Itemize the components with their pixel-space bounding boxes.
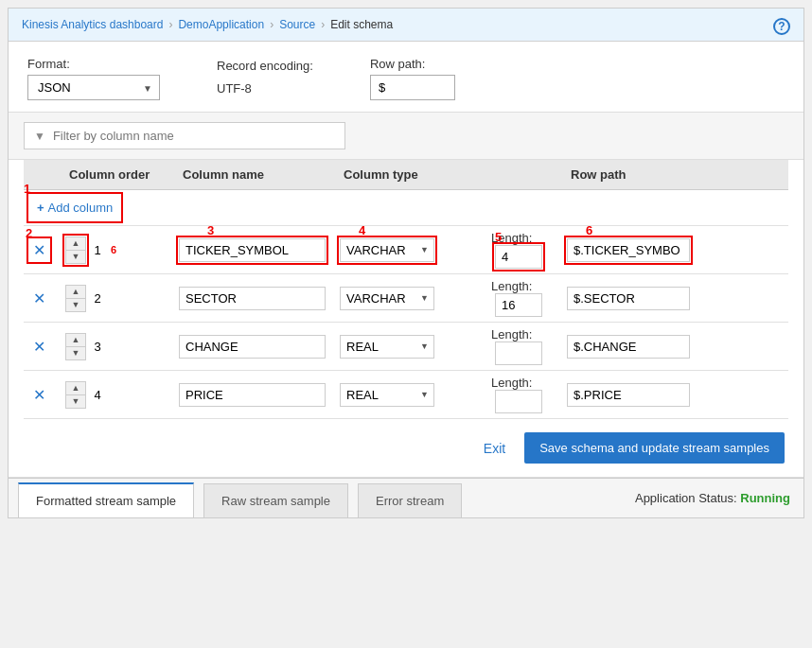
order-up-row1[interactable]: ▲ [66, 237, 85, 251]
breadcrumb: Kinesis Analytics dashboard › DemoApplic… [9, 9, 803, 42]
col-length-row2[interactable] [495, 293, 542, 317]
step-4-label: 4 [359, 223, 365, 237]
tab-error[interactable]: Error stream [358, 483, 462, 517]
delete-row-2-button[interactable]: ✕ [29, 288, 49, 309]
col-name-row2[interactable] [179, 287, 326, 310]
col-type-row2[interactable]: VARCHAR REAL [340, 287, 434, 310]
table-row: ✕ ▲ ▼ 4 [24, 371, 788, 419]
breadcrumb-app[interactable]: DemoApplication [178, 18, 264, 31]
table-section: Column order Column name Column type Row… [9, 160, 803, 419]
col-type-row3[interactable]: REAL VARCHAR [340, 335, 434, 359]
order-down-row3[interactable]: ▼ [66, 347, 85, 359]
step-1-label: 1 [24, 182, 30, 196]
table-row: ✕ ▲ ▼ 2 [24, 274, 788, 323]
filter-input-wrapper: ▼ [24, 122, 345, 149]
order-up-row2[interactable]: ▲ [66, 286, 85, 299]
order-controls-row2: ▲ ▼ [65, 285, 86, 312]
step-5-label: 5 [495, 230, 502, 244]
order-num-row3: 3 [90, 340, 105, 354]
add-column-row: 1 + Add column [24, 190, 788, 226]
col-length-row3[interactable] [495, 342, 542, 365]
delete-row-1-button[interactable]: ✕ [29, 239, 49, 261]
col-type-row1[interactable]: VARCHAR REAL INTEGER [340, 238, 434, 262]
encoding-label: Record encoding: [217, 59, 313, 73]
exit-button[interactable]: Exit [484, 441, 505, 456]
format-group: Format: JSON CSV ▼ [27, 57, 160, 100]
filter-input[interactable] [53, 129, 335, 143]
length-label-row3: Length: [491, 327, 532, 342]
step-3-label: 3 [207, 223, 214, 237]
help-button[interactable]: ? [773, 18, 790, 35]
header-name: Column name [173, 160, 334, 190]
app-status: Application Status: Running [635, 491, 803, 505]
breadcrumb-dashboard[interactable]: Kinesis Analytics dashboard [22, 18, 163, 31]
breadcrumb-current: Edit schema [330, 18, 393, 31]
header-order: Column order [60, 160, 173, 190]
order-down-row1[interactable]: ▼ [66, 251, 85, 263]
tab-raw[interactable]: Raw stream sample [203, 483, 348, 517]
order-controls-row3: ▲ ▼ [65, 333, 86, 360]
format-select-wrapper[interactable]: JSON CSV ▼ [27, 75, 160, 100]
format-label: Format: [27, 57, 160, 71]
length-label-row2: Length: [491, 279, 532, 293]
type-select-wrapper-row3[interactable]: REAL VARCHAR [340, 335, 434, 359]
header-type: Column type [334, 160, 485, 190]
status-value: Running [740, 491, 790, 505]
status-label: Application Status: [635, 491, 737, 505]
col-rowpath-row2[interactable] [567, 287, 690, 310]
breadcrumb-source[interactable]: Source [279, 18, 315, 31]
order-controls-row4: ▲ ▼ [65, 381, 86, 409]
order-up-row4[interactable]: ▲ [66, 382, 85, 395]
order-num-row2: 2 [90, 291, 105, 306]
filter-section: ▼ [9, 112, 803, 160]
col-name-row4[interactable] [179, 383, 326, 407]
main-container: Kinesis Analytics dashboard › DemoApplic… [8, 8, 804, 518]
rowpath-input[interactable] [370, 75, 455, 100]
save-button[interactable]: Save schema and update stream samples [524, 432, 785, 464]
type-select-wrapper-row4[interactable]: REAL VARCHAR [340, 383, 434, 407]
schema-table: Column order Column name Column type Row… [24, 160, 788, 419]
table-row: 2 ✕ ▲ ▼ 1 6 [24, 226, 788, 274]
col-name-row1[interactable] [179, 238, 326, 262]
table-header-row: Column order Column name Column type Row… [24, 160, 788, 190]
length-label-row4: Length: [491, 376, 532, 390]
add-column-button[interactable]: + Add column [29, 195, 120, 220]
order-num-row4: 4 [90, 388, 105, 402]
col-rowpath-row3[interactable] [567, 335, 690, 359]
step-6b-label: 6 [586, 223, 592, 237]
col-rowpath-row4[interactable] [567, 383, 690, 407]
tab-formatted[interactable]: Formatted stream sample [18, 482, 194, 517]
encoding-group: Record encoding: UTF-8 [217, 59, 313, 100]
format-select[interactable]: JSON CSV [27, 75, 160, 100]
col-name-row3[interactable] [179, 335, 326, 359]
action-section: Exit Save schema and update stream sampl… [9, 419, 803, 477]
table-row: ✕ ▲ ▼ 3 [24, 323, 788, 371]
filter-icon: ▼ [34, 130, 45, 143]
order-down-row2[interactable]: ▼ [66, 299, 85, 311]
encoding-value: UTF-8 [217, 77, 313, 100]
order-down-row4[interactable]: ▼ [66, 395, 85, 408]
col-rowpath-row1[interactable] [567, 238, 690, 262]
type-select-wrapper-row2[interactable]: VARCHAR REAL [340, 287, 434, 310]
order-controls-row1: ▲ ▼ [65, 236, 86, 264]
rowpath-group: Row path: [370, 57, 455, 100]
col-length-row4[interactable] [495, 390, 542, 413]
step-6-label: 6 [111, 244, 116, 255]
col-type-row4[interactable]: REAL VARCHAR [340, 383, 434, 407]
order-num-row1: 1 [90, 243, 105, 257]
order-up-row3[interactable]: ▲ [66, 334, 85, 347]
col-length-row1[interactable] [495, 245, 542, 269]
header-rowpath: Row path [561, 160, 788, 190]
tabs-section: Formatted stream sample Raw stream sampl… [9, 478, 803, 517]
delete-row-3-button[interactable]: ✕ [29, 336, 49, 358]
form-section: Format: JSON CSV ▼ Record encoding: UTF-… [9, 42, 803, 112]
delete-row-4-button[interactable]: ✕ [29, 384, 49, 406]
step-2-label: 2 [26, 226, 32, 240]
type-select-wrapper-row1[interactable]: VARCHAR REAL INTEGER [340, 238, 434, 262]
header-length [485, 160, 561, 190]
rowpath-label: Row path: [370, 57, 455, 71]
